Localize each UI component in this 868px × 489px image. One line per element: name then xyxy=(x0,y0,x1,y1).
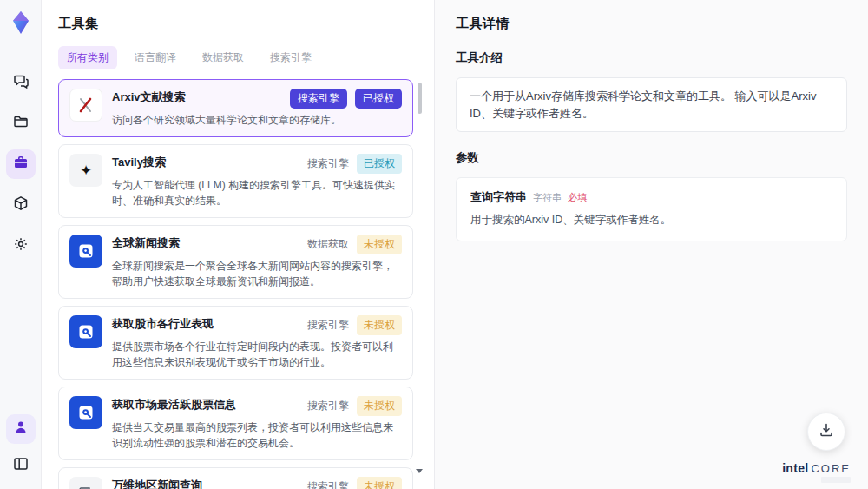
param-description: 用于搜索的Arxiv ID、关键字或作者姓名。 xyxy=(470,213,832,228)
toggle-sidebar-button[interactable] xyxy=(6,451,36,480)
tab-all-categories[interactable]: 所有类别 xyxy=(58,46,117,69)
tool-description: 提供股票市场各个行业在特定时间段内的表现。投资者可以利用这些信息来识别表现优于或… xyxy=(112,339,402,370)
user-profile-button[interactable] xyxy=(6,414,36,444)
download-icon xyxy=(818,421,835,442)
category-badge: 搜索引擎 xyxy=(307,399,349,413)
brand-core-text: core xyxy=(811,463,851,474)
tool-name: 万维地区新闻查询 xyxy=(112,477,300,489)
brand-intel-text: intel xyxy=(782,462,808,474)
tab-search-engine[interactable]: 搜索引擎 xyxy=(261,46,320,69)
category-badge: 数据获取 xyxy=(307,237,349,252)
tool-card-global-news[interactable]: 全球新闻搜索 数据获取 未授权 全球新闻搜索是一个聚合全球各大新闻网站内容的搜索… xyxy=(58,225,413,299)
chat-icon xyxy=(12,72,30,93)
details-title: 工具详情 xyxy=(456,16,847,32)
tool-description: 访问各个研究领域大量科学论文和文章的存储库。 xyxy=(112,112,402,128)
tool-list: Arxiv文献搜索 搜索引擎 已授权 访问各个研究领域大量科学论文和文章的存储库… xyxy=(58,79,424,489)
auth-badge: 未授权 xyxy=(357,235,402,254)
tool-name: 全球新闻搜索 xyxy=(112,235,300,251)
nav-tools-button[interactable] xyxy=(6,149,36,179)
gear-icon xyxy=(12,235,30,256)
auth-badge: 未授权 xyxy=(357,315,402,335)
category-badge: 搜索引擎 xyxy=(307,318,349,333)
tool-card-tavily[interactable]: ✦ Tavily搜索 搜索引擎 已授权 专为人工智能代理 (LLM) 构建的搜索… xyxy=(58,144,413,218)
tool-description: 提供当天交易量最高的股票列表，投资者可以利用这些信息来识别流动性强的股票和潜在的… xyxy=(112,420,402,451)
tool-name: Arxiv文献搜索 xyxy=(112,89,283,105)
app-window: 工具集 所有类别 语言翻译 数据获取 搜索引擎 Arxiv文献搜索 xyxy=(0,0,868,489)
param-name: 查询字符串 xyxy=(470,189,527,205)
intel-core-logo: intel core xyxy=(782,462,851,483)
brand-watermark xyxy=(821,477,851,483)
scrollbar-down-arrow[interactable] xyxy=(416,469,423,473)
layout-panel-icon xyxy=(12,455,30,476)
auth-badge: 已授权 xyxy=(357,154,402,174)
blue-search-icon xyxy=(69,235,102,268)
arxiv-icon xyxy=(69,89,102,122)
blue-search-icon xyxy=(69,396,102,429)
sparkle-icon: ✦ xyxy=(69,154,102,187)
app-logo xyxy=(5,7,36,38)
tool-description: 专为人工智能代理 (LLM) 构建的搜索引擎工具。可快速提供实时、准确和真实的结… xyxy=(112,177,402,208)
nav-packages-button[interactable] xyxy=(6,190,36,220)
newspaper-icon xyxy=(69,477,102,489)
tools-panel: 工具集 所有类别 语言翻译 数据获取 搜索引擎 Arxiv文献搜索 xyxy=(42,0,434,489)
tool-name: 获取股市各行业表现 xyxy=(112,315,300,332)
intro-box: 一个用于从Arxiv存储库搜索科学论文和文章的工具。 输入可以是Arxiv ID… xyxy=(456,77,847,132)
page-title: 工具集 xyxy=(58,16,424,32)
nav-settings-button[interactable] xyxy=(6,231,36,261)
tab-translation[interactable]: 语言翻译 xyxy=(126,46,185,69)
tool-description: 全球新闻搜索是一个聚合全球各大新闻网站内容的搜索引擎，帮助用户快速获取全球最新资… xyxy=(112,258,402,289)
tool-details-panel: 工具详情 工具介绍 一个用于从Arxiv存储库搜索科学论文和文章的工具。 输入可… xyxy=(434,0,868,489)
tool-card-arxiv[interactable]: Arxiv文献搜索 搜索引擎 已授权 访问各个研究领域大量科学论文和文章的存储库… xyxy=(58,79,413,137)
scrollbar-thumb[interactable] xyxy=(418,83,422,114)
category-badge: 搜索引擎 xyxy=(307,479,349,489)
tool-card-active-stocks[interactable]: 获取市场最活跃股票信息 搜索引擎 未授权 提供当天交易量最高的股票列表，投资者可… xyxy=(58,387,413,460)
category-badge: 搜索引擎 xyxy=(307,156,349,171)
nav-chat-button[interactable] xyxy=(6,68,36,97)
nav-files-button[interactable] xyxy=(6,109,36,138)
auth-badge: 未授权 xyxy=(357,396,402,416)
folder-icon xyxy=(12,113,30,134)
tool-name: Tavily搜索 xyxy=(112,154,300,170)
param-type: 字符串 xyxy=(533,191,562,204)
auth-badge: 未授权 xyxy=(357,477,402,489)
category-badge: 搜索引擎 xyxy=(290,89,347,109)
user-icon xyxy=(13,420,29,439)
blue-search-icon xyxy=(69,315,102,348)
tool-card-regional-news[interactable]: 万维地区新闻查询 搜索引擎 未授权 查询具体行政区划内的新闻，快速了解各地新闻动 xyxy=(58,467,413,489)
tab-data-fetch[interactable]: 数据获取 xyxy=(194,46,253,69)
category-tabs: 所有类别 语言翻译 数据获取 搜索引擎 xyxy=(58,46,424,69)
icon-rail xyxy=(0,0,42,489)
cube-icon xyxy=(12,195,30,215)
download-button[interactable] xyxy=(807,413,845,451)
param-required-badge: 必填 xyxy=(568,191,587,204)
params-heading: 参数 xyxy=(456,150,847,166)
auth-badge: 已授权 xyxy=(355,89,402,109)
briefcase-icon xyxy=(12,154,30,175)
tool-card-stock-sectors[interactable]: 获取股市各行业表现 搜索引擎 未授权 提供股票市场各个行业在特定时间段内的表现。… xyxy=(58,306,413,380)
intro-heading: 工具介绍 xyxy=(456,50,847,66)
param-item: 查询字符串 字符串 必填 用于搜索的Arxiv ID、关键字或作者姓名。 xyxy=(456,177,847,241)
tool-name: 获取市场最活跃股票信息 xyxy=(112,396,300,413)
